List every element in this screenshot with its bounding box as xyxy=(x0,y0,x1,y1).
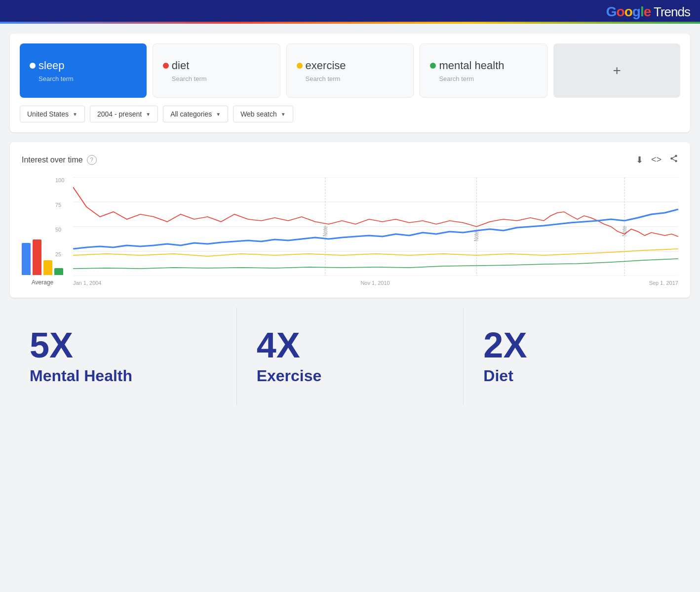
search-chip-exercise[interactable]: exercise Search term xyxy=(286,43,414,98)
svg-text:Note: Note xyxy=(321,226,329,237)
y-label-100: 100 xyxy=(55,177,64,183)
exercise-label: Search term xyxy=(306,75,404,82)
diet-dot xyxy=(163,63,169,69)
svg-text:Note: Note xyxy=(472,231,480,241)
stat-item-exercise: 4X Exercise xyxy=(237,308,464,405)
exercise-trend-line xyxy=(73,249,678,256)
category-chevron-icon: ▼ xyxy=(216,112,221,117)
chip-term-diet: diet xyxy=(163,59,270,72)
main-content: sleep Search term diet Search term exerc… xyxy=(0,24,700,425)
y-label-25: 25 xyxy=(55,251,64,257)
search-chip-sleep[interactable]: sleep Search term xyxy=(20,43,147,98)
sleep-dot xyxy=(30,63,36,69)
search-chip-diet[interactable]: diet Search term xyxy=(153,43,280,98)
download-button[interactable]: ⬇ xyxy=(636,155,643,165)
share-button[interactable] xyxy=(669,154,678,165)
chart-card: Interest over time ? ⬇ <> xyxy=(10,142,690,298)
region-label: United States xyxy=(27,110,69,118)
category-filter[interactable]: All categories ▼ xyxy=(163,106,228,122)
search-type-label: Web seatch xyxy=(240,110,277,118)
diet-label: Search term xyxy=(172,75,270,82)
chip-term-exercise: exercise xyxy=(297,59,404,72)
avg-bar-sleep xyxy=(22,243,31,275)
chart-container: Average 100 75 50 25 xyxy=(22,177,678,286)
sleep-trend-line xyxy=(73,209,678,249)
avg-bar-diet xyxy=(33,239,41,275)
x-label-2004: Jan 1, 2004 xyxy=(73,280,102,286)
region-filter[interactable]: United States ▼ xyxy=(20,106,85,122)
diet-multiplier: 2X xyxy=(483,327,670,363)
filter-bar: United States ▼ 2004 - present ▼ All cat… xyxy=(20,106,680,122)
time-filter[interactable]: 2004 - present ▼ xyxy=(90,106,158,122)
line-chart-area: 100 75 50 25 xyxy=(73,177,678,286)
chart-title: Interest over time ? xyxy=(22,155,97,165)
search-chips-container: sleep Search term diet Search term exerc… xyxy=(20,43,680,98)
mental-health-multiplier: 5X xyxy=(30,327,217,363)
y-label-50: 50 xyxy=(55,227,64,233)
x-label-2017: Sep 1, 2017 xyxy=(649,280,678,286)
search-chip-mental-health[interactable]: mental health Search term xyxy=(420,43,547,98)
avg-bar-exercise xyxy=(43,260,52,275)
sleep-label: Search term xyxy=(39,75,137,82)
embed-button[interactable]: <> xyxy=(651,155,661,165)
chart-header: Interest over time ? ⬇ <> xyxy=(22,154,678,165)
category-label: All categories xyxy=(170,110,212,118)
exercise-stat-term: Exercise xyxy=(257,367,444,385)
x-label-2010: Nov 1, 2010 xyxy=(360,280,389,286)
trend-chart-svg: Note Note Note xyxy=(73,177,678,276)
add-chip-icon: + xyxy=(613,63,621,79)
y-label-75: 75 xyxy=(55,202,64,208)
stat-item-diet: 2X Diet xyxy=(464,308,690,405)
x-axis-labels: Jan 1, 2004 Nov 1, 2010 Sep 1, 2017 xyxy=(73,280,678,286)
search-type-filter[interactable]: Web seatch ▼ xyxy=(233,106,293,122)
region-chevron-icon: ▼ xyxy=(73,112,78,117)
mental-health-stat-term: Mental Health xyxy=(30,367,217,385)
add-search-chip-button[interactable]: + xyxy=(553,43,680,98)
stat-item-mental-health: 5X Mental Health xyxy=(10,308,237,405)
time-chevron-icon: ▼ xyxy=(146,112,151,117)
stats-section: 5X Mental Health 4X Exercise 2X Diet xyxy=(10,308,690,405)
chip-term-sleep: sleep xyxy=(30,59,137,72)
mental-health-trend-line xyxy=(73,259,678,269)
exercise-multiplier: 4X xyxy=(257,327,444,363)
svg-text:Note: Note xyxy=(621,226,628,237)
mental-health-label: Search term xyxy=(439,75,537,82)
mental-health-dot xyxy=(430,63,436,69)
average-label: Average xyxy=(32,279,53,286)
chart-actions: ⬇ <> xyxy=(636,154,678,165)
top-navigation: Google Trends xyxy=(0,0,700,24)
diet-stat-term: Diet xyxy=(483,367,670,385)
chart-help-icon[interactable]: ? xyxy=(87,155,97,165)
chip-term-mental-health: mental health xyxy=(430,59,537,72)
search-type-chevron-icon: ▼ xyxy=(281,112,286,117)
time-label: 2004 - present xyxy=(97,110,142,118)
exercise-dot xyxy=(297,63,303,69)
search-terms-card: sleep Search term diet Search term exerc… xyxy=(10,34,690,132)
diet-trend-line xyxy=(73,187,678,237)
google-trends-logo: Google Trends xyxy=(606,4,690,20)
